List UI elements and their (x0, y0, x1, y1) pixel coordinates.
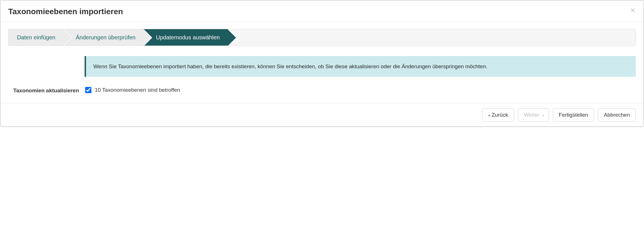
back-button[interactable]: « Zurück (482, 108, 514, 121)
wizard-spacer (228, 29, 636, 46)
modal-footer: « Zurück Weiter » Fertigstellen Abbreche… (0, 103, 644, 127)
form-control-update: 10 Taxonomieebenen sind betroffen (85, 87, 180, 93)
update-checkbox[interactable] (85, 87, 91, 93)
wizard-step-label: Daten einfügen (17, 34, 55, 41)
chevron-double-left-icon: « (488, 113, 489, 118)
cancel-button-label: Abbrechen (604, 112, 630, 118)
info-box: Wenn Sie Taxonomieebenen importiert habe… (85, 56, 636, 77)
wizard-step-select-update-mode[interactable]: Updatemodus auswählen (143, 29, 228, 46)
finish-button[interactable]: Fertigstellen (553, 108, 594, 121)
wizard-steps: Daten einfügen Änderungen überprüfen Upd… (8, 29, 636, 46)
import-modal: Taxonomieebenen importieren Daten einfüg… (0, 0, 644, 127)
info-text: Wenn Sie Taxonomieebenen importiert habe… (93, 63, 487, 69)
modal-header: Taxonomieebenen importieren (0, 0, 644, 22)
back-button-label: Zurück (492, 112, 508, 118)
next-button-label: Weiter (524, 112, 540, 118)
modal-body: Daten einfügen Änderungen überprüfen Upd… (0, 22, 644, 103)
modal-title: Taxonomieebenen importieren (8, 7, 123, 16)
close-button[interactable] (630, 7, 636, 14)
wizard-step-insert-data[interactable]: Daten einfügen (8, 29, 63, 46)
close-icon (630, 10, 636, 14)
finish-button-label: Fertigstellen (559, 112, 588, 118)
wizard-step-label: Änderungen überprüfen (76, 34, 136, 41)
wizard-step-label: Updatemodus auswählen (156, 34, 220, 41)
form-label-update: Taxonomien aktualisieren (8, 87, 79, 95)
update-description: 10 Taxonomieebenen sind betroffen (95, 87, 180, 93)
chevron-double-right-icon: » (542, 113, 543, 118)
next-button: Weiter » (518, 108, 549, 121)
form-row-update: Taxonomien aktualisieren 10 Taxonomieebe… (8, 87, 636, 95)
cancel-button[interactable]: Abbrechen (598, 108, 636, 121)
wizard-step-review-changes[interactable]: Änderungen überprüfen (63, 29, 143, 46)
